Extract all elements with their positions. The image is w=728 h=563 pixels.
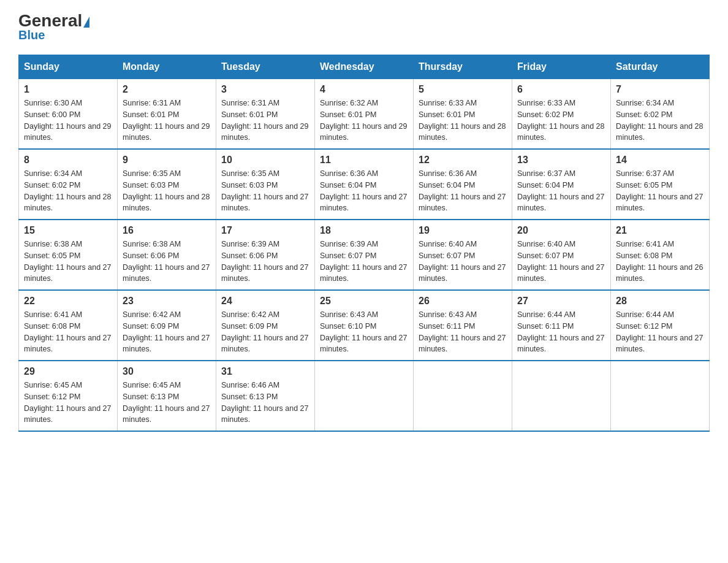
day-info: Sunrise: 6:40 AM Sunset: 6:07 PM Dayligh… xyxy=(517,239,605,285)
day-number: 15 xyxy=(24,225,112,236)
weekday-header-sunday: Sunday xyxy=(19,55,118,79)
day-info: Sunrise: 6:46 AM Sunset: 6:13 PM Dayligh… xyxy=(221,380,309,426)
day-number: 23 xyxy=(123,296,211,307)
day-number: 5 xyxy=(419,84,507,95)
calendar-cell: 26 Sunrise: 6:43 AM Sunset: 6:11 PM Dayl… xyxy=(414,290,512,361)
day-info: Sunrise: 6:33 AM Sunset: 6:01 PM Dayligh… xyxy=(419,98,507,144)
day-info: Sunrise: 6:36 AM Sunset: 6:04 PM Dayligh… xyxy=(419,168,507,214)
day-number: 11 xyxy=(320,155,408,166)
weekday-header-wednesday: Wednesday xyxy=(315,55,414,79)
calendar-cell: 7 Sunrise: 6:34 AM Sunset: 6:02 PM Dayli… xyxy=(611,79,710,150)
calendar-cell: 9 Sunrise: 6:35 AM Sunset: 6:03 PM Dayli… xyxy=(118,149,216,220)
weekday-header-tuesday: Tuesday xyxy=(216,55,315,79)
calendar-cell: 2 Sunrise: 6:31 AM Sunset: 6:01 PM Dayli… xyxy=(118,79,216,150)
day-number: 1 xyxy=(24,84,112,95)
day-number: 30 xyxy=(123,366,211,377)
calendar-cell: 10 Sunrise: 6:35 AM Sunset: 6:03 PM Dayl… xyxy=(216,149,315,220)
calendar-cell: 22 Sunrise: 6:41 AM Sunset: 6:08 PM Dayl… xyxy=(19,290,118,361)
day-number: 9 xyxy=(123,155,211,166)
weekday-header-monday: Monday xyxy=(118,55,216,79)
day-info: Sunrise: 6:32 AM Sunset: 6:01 PM Dayligh… xyxy=(320,98,408,144)
day-number: 12 xyxy=(419,155,507,166)
day-number: 13 xyxy=(517,155,605,166)
calendar-cell: 31 Sunrise: 6:46 AM Sunset: 6:13 PM Dayl… xyxy=(216,361,315,431)
calendar-cell: 18 Sunrise: 6:39 AM Sunset: 6:07 PM Dayl… xyxy=(315,220,414,290)
calendar-cell xyxy=(414,361,512,431)
day-info: Sunrise: 6:40 AM Sunset: 6:07 PM Dayligh… xyxy=(419,239,507,285)
calendar-cell xyxy=(315,361,414,431)
day-number: 4 xyxy=(320,84,408,95)
calendar-cell xyxy=(512,361,611,431)
calendar-table: SundayMondayTuesdayWednesdayThursdayFrid… xyxy=(18,55,710,432)
logo: General Blue xyxy=(18,12,89,42)
day-number: 7 xyxy=(616,84,704,95)
weekday-header-row: SundayMondayTuesdayWednesdayThursdayFrid… xyxy=(19,55,710,79)
day-number: 25 xyxy=(320,296,408,307)
day-info: Sunrise: 6:45 AM Sunset: 6:13 PM Dayligh… xyxy=(123,380,211,426)
day-info: Sunrise: 6:44 AM Sunset: 6:11 PM Dayligh… xyxy=(517,309,605,355)
calendar-cell: 8 Sunrise: 6:34 AM Sunset: 6:02 PM Dayli… xyxy=(19,149,118,220)
day-number: 20 xyxy=(517,225,605,236)
calendar-cell: 29 Sunrise: 6:45 AM Sunset: 6:12 PM Dayl… xyxy=(19,361,118,431)
calendar-cell: 24 Sunrise: 6:42 AM Sunset: 6:09 PM Dayl… xyxy=(216,290,315,361)
calendar-week-row: 22 Sunrise: 6:41 AM Sunset: 6:08 PM Dayl… xyxy=(19,290,710,361)
day-info: Sunrise: 6:31 AM Sunset: 6:01 PM Dayligh… xyxy=(221,98,309,144)
calendar-cell: 6 Sunrise: 6:33 AM Sunset: 6:02 PM Dayli… xyxy=(512,79,611,150)
day-info: Sunrise: 6:45 AM Sunset: 6:12 PM Dayligh… xyxy=(24,380,112,426)
day-number: 18 xyxy=(320,225,408,236)
day-info: Sunrise: 6:43 AM Sunset: 6:10 PM Dayligh… xyxy=(320,309,408,355)
day-info: Sunrise: 6:38 AM Sunset: 6:05 PM Dayligh… xyxy=(24,239,112,285)
calendar-cell: 11 Sunrise: 6:36 AM Sunset: 6:04 PM Dayl… xyxy=(315,149,414,220)
day-info: Sunrise: 6:30 AM Sunset: 6:00 PM Dayligh… xyxy=(24,98,112,144)
logo-blue: Blue xyxy=(18,28,45,42)
day-number: 26 xyxy=(419,296,507,307)
calendar-cell: 21 Sunrise: 6:41 AM Sunset: 6:08 PM Dayl… xyxy=(611,220,710,290)
calendar-cell: 27 Sunrise: 6:44 AM Sunset: 6:11 PM Dayl… xyxy=(512,290,611,361)
calendar-cell: 28 Sunrise: 6:44 AM Sunset: 6:12 PM Dayl… xyxy=(611,290,710,361)
calendar-week-row: 1 Sunrise: 6:30 AM Sunset: 6:00 PM Dayli… xyxy=(19,79,710,150)
day-info: Sunrise: 6:42 AM Sunset: 6:09 PM Dayligh… xyxy=(123,309,211,355)
day-number: 2 xyxy=(123,84,211,95)
calendar-cell: 1 Sunrise: 6:30 AM Sunset: 6:00 PM Dayli… xyxy=(19,79,118,150)
day-number: 17 xyxy=(221,225,309,236)
day-number: 19 xyxy=(419,225,507,236)
day-number: 29 xyxy=(24,366,112,377)
day-info: Sunrise: 6:36 AM Sunset: 6:04 PM Dayligh… xyxy=(320,168,408,214)
calendar-cell: 13 Sunrise: 6:37 AM Sunset: 6:04 PM Dayl… xyxy=(512,149,611,220)
day-info: Sunrise: 6:39 AM Sunset: 6:06 PM Dayligh… xyxy=(221,239,309,285)
calendar-cell: 19 Sunrise: 6:40 AM Sunset: 6:07 PM Dayl… xyxy=(414,220,512,290)
calendar-cell: 4 Sunrise: 6:32 AM Sunset: 6:01 PM Dayli… xyxy=(315,79,414,150)
day-info: Sunrise: 6:37 AM Sunset: 6:04 PM Dayligh… xyxy=(517,168,605,214)
calendar-week-row: 29 Sunrise: 6:45 AM Sunset: 6:12 PM Dayl… xyxy=(19,361,710,431)
page-header: General Blue xyxy=(18,12,710,42)
day-number: 10 xyxy=(221,155,309,166)
day-number: 31 xyxy=(221,366,309,377)
day-info: Sunrise: 6:31 AM Sunset: 6:01 PM Dayligh… xyxy=(123,98,211,144)
calendar-cell: 20 Sunrise: 6:40 AM Sunset: 6:07 PM Dayl… xyxy=(512,220,611,290)
logo-triangle-icon xyxy=(83,17,89,28)
calendar-cell xyxy=(611,361,710,431)
calendar-cell: 30 Sunrise: 6:45 AM Sunset: 6:13 PM Dayl… xyxy=(118,361,216,431)
calendar-cell: 15 Sunrise: 6:38 AM Sunset: 6:05 PM Dayl… xyxy=(19,220,118,290)
day-info: Sunrise: 6:34 AM Sunset: 6:02 PM Dayligh… xyxy=(616,98,704,144)
day-info: Sunrise: 6:44 AM Sunset: 6:12 PM Dayligh… xyxy=(616,309,704,355)
weekday-header-thursday: Thursday xyxy=(414,55,512,79)
day-info: Sunrise: 6:41 AM Sunset: 6:08 PM Dayligh… xyxy=(24,309,112,355)
day-info: Sunrise: 6:38 AM Sunset: 6:06 PM Dayligh… xyxy=(123,239,211,285)
day-info: Sunrise: 6:33 AM Sunset: 6:02 PM Dayligh… xyxy=(517,98,605,144)
day-number: 8 xyxy=(24,155,112,166)
day-number: 28 xyxy=(616,296,704,307)
calendar-cell: 17 Sunrise: 6:39 AM Sunset: 6:06 PM Dayl… xyxy=(216,220,315,290)
day-info: Sunrise: 6:37 AM Sunset: 6:05 PM Dayligh… xyxy=(616,168,704,214)
calendar-cell: 14 Sunrise: 6:37 AM Sunset: 6:05 PM Dayl… xyxy=(611,149,710,220)
day-info: Sunrise: 6:39 AM Sunset: 6:07 PM Dayligh… xyxy=(320,239,408,285)
day-info: Sunrise: 6:34 AM Sunset: 6:02 PM Dayligh… xyxy=(24,168,112,214)
logo-general: General xyxy=(18,12,89,29)
day-number: 21 xyxy=(616,225,704,236)
day-info: Sunrise: 6:42 AM Sunset: 6:09 PM Dayligh… xyxy=(221,309,309,355)
calendar-week-row: 8 Sunrise: 6:34 AM Sunset: 6:02 PM Dayli… xyxy=(19,149,710,220)
day-number: 22 xyxy=(24,296,112,307)
calendar-cell: 5 Sunrise: 6:33 AM Sunset: 6:01 PM Dayli… xyxy=(414,79,512,150)
weekday-header-saturday: Saturday xyxy=(611,55,710,79)
calendar-cell: 3 Sunrise: 6:31 AM Sunset: 6:01 PM Dayli… xyxy=(216,79,315,150)
